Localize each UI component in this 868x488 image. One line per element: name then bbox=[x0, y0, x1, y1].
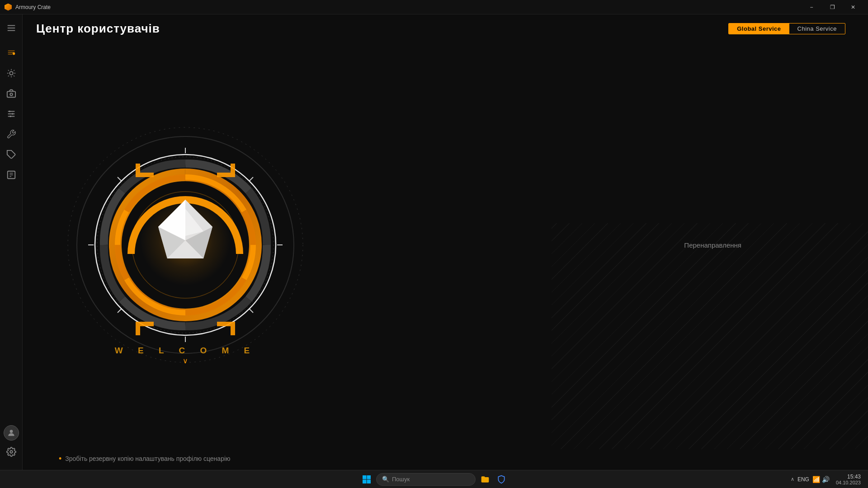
redirect-text: Перенаправлення bbox=[684, 241, 741, 249]
svg-point-10 bbox=[9, 111, 10, 113]
clock-time: 15:43 bbox=[836, 474, 861, 480]
china-service-button[interactable]: China Service bbox=[789, 23, 845, 34]
svg-text:W E L C O M E: W E L C O M E bbox=[115, 346, 256, 355]
search-bar[interactable]: 🔍 Пошук bbox=[376, 473, 476, 486]
svg-rect-2 bbox=[7, 30, 15, 31]
user-avatar[interactable] bbox=[4, 425, 19, 441]
tags-icon bbox=[6, 150, 16, 160]
svg-point-18 bbox=[9, 430, 13, 433]
global-service-button[interactable]: Global Service bbox=[729, 23, 789, 34]
wifi-icon: 📶 bbox=[812, 476, 820, 483]
system-tray: ∧ ENG 📶 🔊 bbox=[791, 476, 830, 483]
taskbar-center: 🔍 Пошук bbox=[360, 473, 508, 486]
sidebar-item-info[interactable] bbox=[2, 166, 20, 184]
svg-point-6 bbox=[10, 93, 13, 96]
sidebar bbox=[0, 14, 23, 470]
device-icon bbox=[6, 48, 16, 58]
windows-logo-icon bbox=[363, 475, 371, 483]
taskbar: 🔍 Пошук ∧ ENG 📶 🔊 15:43 04.10.2023 bbox=[0, 470, 868, 488]
svg-line-30 bbox=[118, 177, 122, 181]
app-container: Центр користувачів Global Service China … bbox=[0, 14, 868, 470]
svg-text:∨: ∨ bbox=[183, 357, 188, 365]
sidebar-item-gearsetup[interactable] bbox=[2, 443, 20, 461]
welcome-area: W E L C O M E ∨ bbox=[23, 40, 868, 449]
service-toggle: Global Service China Service bbox=[728, 23, 845, 34]
volume-icon: 🔊 bbox=[822, 476, 830, 483]
svg-rect-0 bbox=[7, 25, 15, 26]
sliders-icon bbox=[6, 109, 16, 119]
svg-point-4 bbox=[9, 71, 13, 75]
language-indicator: ENG bbox=[796, 476, 811, 483]
taskbar-security-icon[interactable] bbox=[495, 473, 508, 486]
search-icon: 🔍 bbox=[382, 476, 389, 483]
close-button[interactable]: ✕ bbox=[843, 0, 863, 14]
restore-button[interactable]: ❐ bbox=[822, 0, 843, 14]
page-header: Центр користувачів Global Service China … bbox=[23, 14, 868, 40]
page-title: Центр користувачів bbox=[36, 22, 160, 36]
sidebar-item-capture[interactable] bbox=[2, 84, 20, 103]
bg-decoration bbox=[552, 223, 868, 449]
title-bar-left: Armoury Crate bbox=[5, 4, 51, 11]
sidebar-bottom bbox=[2, 425, 20, 465]
svg-point-3 bbox=[12, 52, 15, 55]
svg-point-19 bbox=[10, 450, 13, 453]
app-icon bbox=[5, 4, 12, 11]
clock-date: 04.10.2023 bbox=[836, 480, 861, 485]
tip-text: Зробіть резервну копію налаштувань профі… bbox=[65, 455, 230, 462]
title-bar-controls: − ❐ ✕ bbox=[801, 0, 863, 14]
svg-point-11 bbox=[11, 113, 13, 115]
aura-icon bbox=[6, 68, 16, 78]
welcome-graphic: W E L C O M E ∨ bbox=[59, 118, 312, 371]
tools-icon bbox=[6, 129, 16, 139]
expand-tray-button[interactable]: ∧ bbox=[791, 476, 794, 482]
title-bar: Armoury Crate − ❐ ✕ bbox=[0, 0, 868, 14]
app-title: Armoury Crate bbox=[15, 4, 51, 10]
svg-line-29 bbox=[118, 309, 122, 313]
folder-icon bbox=[481, 475, 490, 484]
clock[interactable]: 15:43 04.10.2023 bbox=[833, 473, 863, 486]
bottom-tip: • Зробіть резервну копію налаштувань про… bbox=[23, 449, 868, 470]
sidebar-item-tools[interactable] bbox=[2, 125, 20, 143]
taskbar-right: ∧ ENG 📶 🔊 15:43 04.10.2023 bbox=[791, 473, 863, 486]
hamburger-icon bbox=[6, 23, 16, 33]
gear-icon bbox=[6, 447, 16, 457]
svg-rect-1 bbox=[7, 28, 15, 28]
sidebar-item-menu[interactable] bbox=[2, 19, 20, 37]
sidebar-item-device[interactable] bbox=[2, 44, 20, 62]
svg-point-12 bbox=[9, 116, 11, 117]
start-button[interactable] bbox=[360, 473, 373, 486]
minimize-button[interactable]: − bbox=[801, 0, 822, 14]
shield-icon bbox=[497, 475, 506, 484]
taskbar-files-icon[interactable] bbox=[478, 473, 492, 486]
svg-line-28 bbox=[249, 309, 253, 313]
avatar-icon bbox=[7, 428, 16, 437]
sidebar-item-aura[interactable] bbox=[2, 64, 20, 82]
welcome-circle-svg: W E L C O M E ∨ bbox=[59, 118, 312, 371]
capture-icon bbox=[6, 89, 16, 99]
sidebar-item-tags[interactable] bbox=[2, 145, 20, 164]
svg-rect-5 bbox=[7, 91, 15, 97]
search-placeholder: Пошук bbox=[392, 476, 410, 483]
info-icon bbox=[6, 170, 16, 180]
bullet-icon: • bbox=[59, 455, 61, 463]
main-content: Центр користувачів Global Service China … bbox=[23, 14, 868, 470]
sidebar-item-settings[interactable] bbox=[2, 105, 20, 123]
svg-line-27 bbox=[249, 177, 253, 181]
